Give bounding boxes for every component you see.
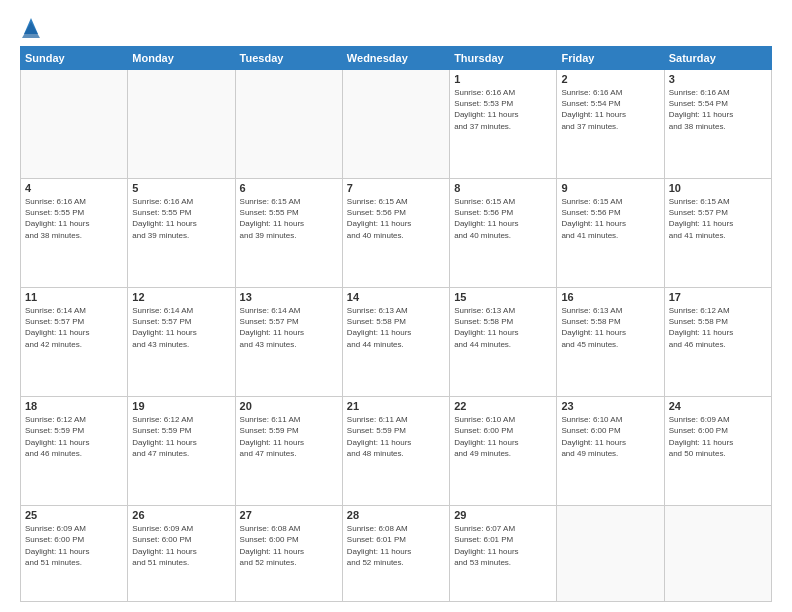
calendar-cell: 8Sunrise: 6:15 AM Sunset: 5:56 PM Daylig… (450, 179, 557, 288)
week-row-4: 25Sunrise: 6:09 AM Sunset: 6:00 PM Dayli… (21, 506, 772, 602)
day-info: Sunrise: 6:09 AM Sunset: 6:00 PM Dayligh… (25, 523, 123, 568)
calendar-cell: 19Sunrise: 6:12 AM Sunset: 5:59 PM Dayli… (128, 397, 235, 506)
calendar-cell (235, 70, 342, 179)
week-row-0: 1Sunrise: 6:16 AM Sunset: 5:53 PM Daylig… (21, 70, 772, 179)
header-cell-thursday: Thursday (450, 47, 557, 70)
day-info: Sunrise: 6:14 AM Sunset: 5:57 PM Dayligh… (132, 305, 230, 350)
calendar-cell: 14Sunrise: 6:13 AM Sunset: 5:58 PM Dayli… (342, 288, 449, 397)
logo-icon (22, 16, 40, 38)
day-info: Sunrise: 6:16 AM Sunset: 5:54 PM Dayligh… (561, 87, 659, 132)
day-number: 28 (347, 509, 445, 521)
day-info: Sunrise: 6:13 AM Sunset: 5:58 PM Dayligh… (561, 305, 659, 350)
day-info: Sunrise: 6:16 AM Sunset: 5:55 PM Dayligh… (25, 196, 123, 241)
day-number: 24 (669, 400, 767, 412)
day-info: Sunrise: 6:12 AM Sunset: 5:59 PM Dayligh… (132, 414, 230, 459)
day-number: 17 (669, 291, 767, 303)
calendar-cell: 20Sunrise: 6:11 AM Sunset: 5:59 PM Dayli… (235, 397, 342, 506)
header-cell-monday: Monday (128, 47, 235, 70)
week-row-1: 4Sunrise: 6:16 AM Sunset: 5:55 PM Daylig… (21, 179, 772, 288)
day-number: 1 (454, 73, 552, 85)
header-row: SundayMondayTuesdayWednesdayThursdayFrid… (21, 47, 772, 70)
calendar-cell: 28Sunrise: 6:08 AM Sunset: 6:01 PM Dayli… (342, 506, 449, 602)
day-info: Sunrise: 6:09 AM Sunset: 6:00 PM Dayligh… (669, 414, 767, 459)
calendar-cell (342, 70, 449, 179)
day-info: Sunrise: 6:14 AM Sunset: 5:57 PM Dayligh… (240, 305, 338, 350)
calendar-cell: 12Sunrise: 6:14 AM Sunset: 5:57 PM Dayli… (128, 288, 235, 397)
day-info: Sunrise: 6:10 AM Sunset: 6:00 PM Dayligh… (561, 414, 659, 459)
page: SundayMondayTuesdayWednesdayThursdayFrid… (0, 0, 792, 612)
day-info: Sunrise: 6:15 AM Sunset: 5:56 PM Dayligh… (561, 196, 659, 241)
calendar-cell: 3Sunrise: 6:16 AM Sunset: 5:54 PM Daylig… (664, 70, 771, 179)
calendar-cell: 5Sunrise: 6:16 AM Sunset: 5:55 PM Daylig… (128, 179, 235, 288)
week-row-3: 18Sunrise: 6:12 AM Sunset: 5:59 PM Dayli… (21, 397, 772, 506)
day-info: Sunrise: 6:16 AM Sunset: 5:54 PM Dayligh… (669, 87, 767, 132)
day-number: 2 (561, 73, 659, 85)
day-number: 19 (132, 400, 230, 412)
day-number: 15 (454, 291, 552, 303)
calendar-cell: 11Sunrise: 6:14 AM Sunset: 5:57 PM Dayli… (21, 288, 128, 397)
day-info: Sunrise: 6:07 AM Sunset: 6:01 PM Dayligh… (454, 523, 552, 568)
calendar-cell: 29Sunrise: 6:07 AM Sunset: 6:01 PM Dayli… (450, 506, 557, 602)
calendar-cell: 24Sunrise: 6:09 AM Sunset: 6:00 PM Dayli… (664, 397, 771, 506)
day-number: 25 (25, 509, 123, 521)
calendar-cell: 4Sunrise: 6:16 AM Sunset: 5:55 PM Daylig… (21, 179, 128, 288)
header (20, 16, 772, 38)
day-number: 18 (25, 400, 123, 412)
header-cell-wednesday: Wednesday (342, 47, 449, 70)
day-info: Sunrise: 6:08 AM Sunset: 6:01 PM Dayligh… (347, 523, 445, 568)
calendar-cell (664, 506, 771, 602)
day-number: 7 (347, 182, 445, 194)
calendar-cell: 13Sunrise: 6:14 AM Sunset: 5:57 PM Dayli… (235, 288, 342, 397)
day-info: Sunrise: 6:11 AM Sunset: 5:59 PM Dayligh… (240, 414, 338, 459)
day-info: Sunrise: 6:13 AM Sunset: 5:58 PM Dayligh… (347, 305, 445, 350)
header-cell-sunday: Sunday (21, 47, 128, 70)
day-number: 27 (240, 509, 338, 521)
day-number: 6 (240, 182, 338, 194)
week-row-2: 11Sunrise: 6:14 AM Sunset: 5:57 PM Dayli… (21, 288, 772, 397)
calendar-cell: 9Sunrise: 6:15 AM Sunset: 5:56 PM Daylig… (557, 179, 664, 288)
calendar-cell: 1Sunrise: 6:16 AM Sunset: 5:53 PM Daylig… (450, 70, 557, 179)
day-info: Sunrise: 6:13 AM Sunset: 5:58 PM Dayligh… (454, 305, 552, 350)
header-cell-friday: Friday (557, 47, 664, 70)
day-info: Sunrise: 6:15 AM Sunset: 5:55 PM Dayligh… (240, 196, 338, 241)
day-number: 3 (669, 73, 767, 85)
day-number: 23 (561, 400, 659, 412)
day-info: Sunrise: 6:08 AM Sunset: 6:00 PM Dayligh… (240, 523, 338, 568)
day-number: 13 (240, 291, 338, 303)
calendar-cell: 27Sunrise: 6:08 AM Sunset: 6:00 PM Dayli… (235, 506, 342, 602)
day-info: Sunrise: 6:11 AM Sunset: 5:59 PM Dayligh… (347, 414, 445, 459)
day-number: 12 (132, 291, 230, 303)
calendar-cell: 21Sunrise: 6:11 AM Sunset: 5:59 PM Dayli… (342, 397, 449, 506)
calendar-cell: 7Sunrise: 6:15 AM Sunset: 5:56 PM Daylig… (342, 179, 449, 288)
logo (20, 20, 40, 38)
day-number: 11 (25, 291, 123, 303)
day-number: 9 (561, 182, 659, 194)
day-number: 10 (669, 182, 767, 194)
calendar-cell: 18Sunrise: 6:12 AM Sunset: 5:59 PM Dayli… (21, 397, 128, 506)
header-cell-tuesday: Tuesday (235, 47, 342, 70)
day-info: Sunrise: 6:15 AM Sunset: 5:56 PM Dayligh… (454, 196, 552, 241)
calendar-cell: 10Sunrise: 6:15 AM Sunset: 5:57 PM Dayli… (664, 179, 771, 288)
svg-marker-1 (22, 22, 40, 38)
day-number: 4 (25, 182, 123, 194)
day-number: 16 (561, 291, 659, 303)
calendar-cell (21, 70, 128, 179)
day-info: Sunrise: 6:12 AM Sunset: 5:58 PM Dayligh… (669, 305, 767, 350)
calendar-cell: 17Sunrise: 6:12 AM Sunset: 5:58 PM Dayli… (664, 288, 771, 397)
day-info: Sunrise: 6:16 AM Sunset: 5:55 PM Dayligh… (132, 196, 230, 241)
day-info: Sunrise: 6:12 AM Sunset: 5:59 PM Dayligh… (25, 414, 123, 459)
day-info: Sunrise: 6:15 AM Sunset: 5:56 PM Dayligh… (347, 196, 445, 241)
calendar-cell: 15Sunrise: 6:13 AM Sunset: 5:58 PM Dayli… (450, 288, 557, 397)
day-info: Sunrise: 6:15 AM Sunset: 5:57 PM Dayligh… (669, 196, 767, 241)
day-number: 22 (454, 400, 552, 412)
day-number: 26 (132, 509, 230, 521)
calendar-table: SundayMondayTuesdayWednesdayThursdayFrid… (20, 46, 772, 602)
day-info: Sunrise: 6:09 AM Sunset: 6:00 PM Dayligh… (132, 523, 230, 568)
day-info: Sunrise: 6:10 AM Sunset: 6:00 PM Dayligh… (454, 414, 552, 459)
calendar-cell: 26Sunrise: 6:09 AM Sunset: 6:00 PM Dayli… (128, 506, 235, 602)
day-number: 21 (347, 400, 445, 412)
day-info: Sunrise: 6:14 AM Sunset: 5:57 PM Dayligh… (25, 305, 123, 350)
calendar-cell (557, 506, 664, 602)
day-number: 29 (454, 509, 552, 521)
day-info: Sunrise: 6:16 AM Sunset: 5:53 PM Dayligh… (454, 87, 552, 132)
